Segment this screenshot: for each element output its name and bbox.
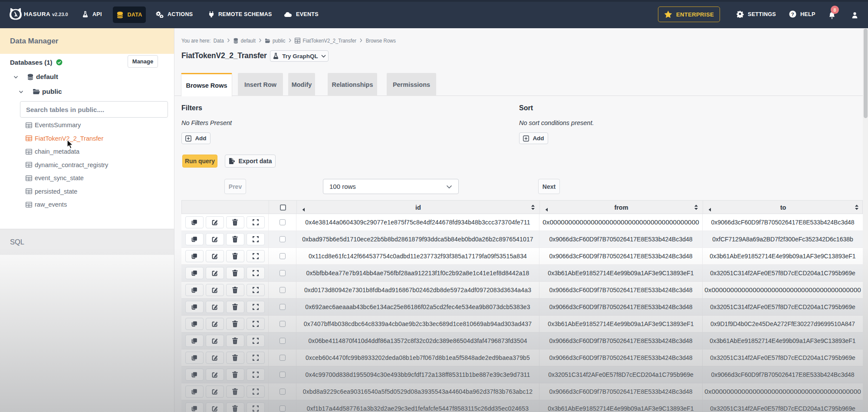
svg-text:?: ? [791, 12, 794, 17]
